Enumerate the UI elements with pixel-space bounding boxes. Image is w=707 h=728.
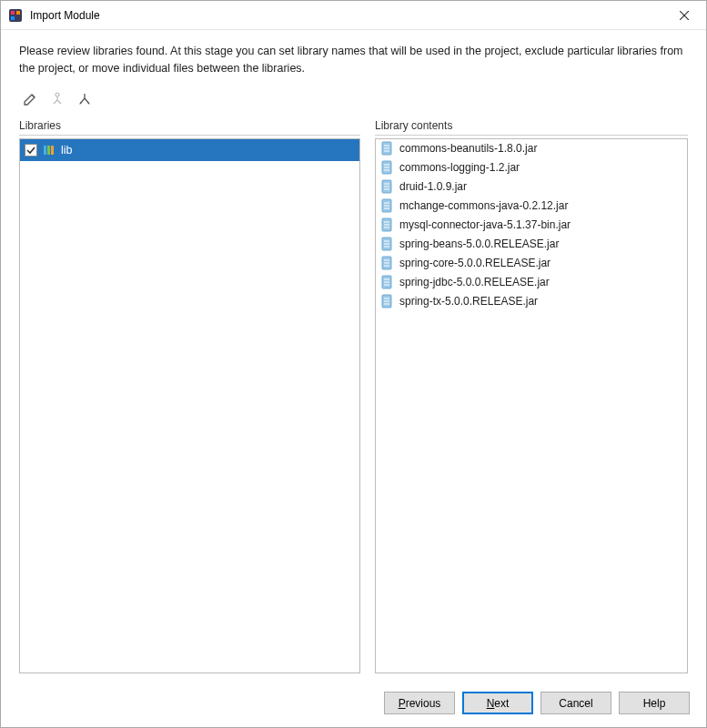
next-label-rest: ext: [494, 697, 509, 710]
file-name: spring-tx-5.0.0.RELEASE.jar: [399, 295, 538, 308]
jar-file-icon: [380, 198, 395, 213]
jar-file-icon: [380, 237, 395, 251]
svg-rect-1: [11, 11, 15, 15]
file-item[interactable]: spring-jdbc-5.0.0.RELEASE.jar: [376, 273, 687, 292]
svg-point-6: [56, 93, 59, 96]
split-icon: [77, 92, 92, 106]
file-name: druid-1.0.9.jar: [399, 180, 467, 193]
svg-line-9: [57, 100, 61, 104]
import-module-dialog: Import Module Please review libraries fo…: [0, 0, 707, 728]
file-item[interactable]: commons-logging-1.2.jar: [376, 158, 687, 177]
merge-button: [48, 90, 66, 108]
panes-container: Libraries lib Library contents commons-b…: [19, 119, 688, 674]
svg-rect-15: [44, 146, 46, 155]
library-checkbox[interactable]: [25, 144, 37, 157]
svg-line-8: [54, 100, 57, 104]
split-button[interactable]: [76, 90, 94, 108]
file-item[interactable]: druid-1.0.9.jar: [376, 177, 687, 197]
file-name: spring-jdbc-5.0.0.RELEASE.jar: [399, 276, 550, 288]
help-button[interactable]: Help: [619, 692, 690, 714]
previous-button[interactable]: Previous: [384, 692, 455, 714]
button-bar: Previous Next Cancel Help: [1, 682, 706, 727]
svg-rect-2: [11, 16, 15, 20]
next-button[interactable]: Next: [462, 692, 533, 714]
file-item[interactable]: spring-core-5.0.0.RELEASE.jar: [376, 254, 687, 273]
file-name: mysql-connector-java-5.1.37-bin.jar: [399, 218, 571, 231]
file-item[interactable]: spring-tx-5.0.0.RELEASE.jar: [376, 292, 687, 311]
svg-rect-16: [47, 146, 50, 155]
file-item[interactable]: mysql-connector-java-5.1.37-bin.jar: [376, 216, 687, 235]
close-button[interactable]: [670, 3, 699, 28]
library-icon: [42, 143, 56, 157]
rename-button[interactable]: [21, 90, 39, 108]
library-name: lib: [61, 144, 73, 157]
file-item[interactable]: mchange-commons-java-0.2.12.jar: [376, 197, 687, 216]
divider: [19, 135, 360, 136]
description-text: Please review libraries found. At this s…: [19, 43, 688, 77]
library-contents-list[interactable]: commons-beanutils-1.8.0.jarcommons-loggi…: [375, 138, 688, 674]
svg-rect-3: [16, 11, 20, 15]
jar-file-icon: [380, 217, 395, 232]
file-name: spring-beans-5.0.0.RELEASE.jar: [399, 238, 559, 250]
jar-file-icon: [380, 256, 395, 270]
toolbar: [19, 90, 688, 108]
libraries-header: Libraries: [19, 119, 360, 136]
pencil-icon: [23, 92, 37, 106]
titlebar: Import Module: [1, 1, 706, 30]
previous-label-rest: revious: [406, 697, 441, 710]
file-item[interactable]: spring-beans-5.0.0.RELEASE.jar: [376, 235, 687, 254]
app-icon: [8, 8, 23, 23]
cancel-button[interactable]: Cancel: [540, 692, 611, 714]
file-name: spring-core-5.0.0.RELEASE.jar: [399, 257, 550, 269]
library-contents-header-label: Library contents: [375, 119, 452, 132]
jar-file-icon: [380, 141, 395, 156]
divider: [375, 135, 688, 136]
merge-icon: [50, 92, 65, 106]
libraries-pane: Libraries lib: [19, 119, 360, 674]
file-name: commons-beanutils-1.8.0.jar: [399, 142, 537, 155]
libraries-list[interactable]: lib: [19, 138, 360, 674]
jar-file-icon: [380, 179, 395, 194]
libraries-header-label: Libraries: [19, 119, 61, 132]
jar-file-icon: [380, 160, 395, 175]
library-item[interactable]: lib: [20, 139, 359, 161]
dialog-content: Please review libraries found. At this s…: [1, 30, 706, 682]
dialog-title: Import Module: [30, 9, 670, 22]
svg-rect-17: [51, 146, 54, 155]
jar-file-icon: [380, 294, 395, 308]
file-name: commons-logging-1.2.jar: [399, 161, 520, 174]
library-contents-pane: Library contents commons-beanutils-1.8.0…: [375, 119, 688, 674]
file-name: mchange-commons-java-0.2.12.jar: [399, 199, 568, 212]
close-icon: [680, 11, 689, 20]
jar-file-icon: [380, 275, 395, 289]
library-contents-header: Library contents: [375, 119, 688, 136]
mnemonic: P: [399, 697, 406, 710]
file-item[interactable]: commons-beanutils-1.8.0.jar: [376, 139, 687, 158]
